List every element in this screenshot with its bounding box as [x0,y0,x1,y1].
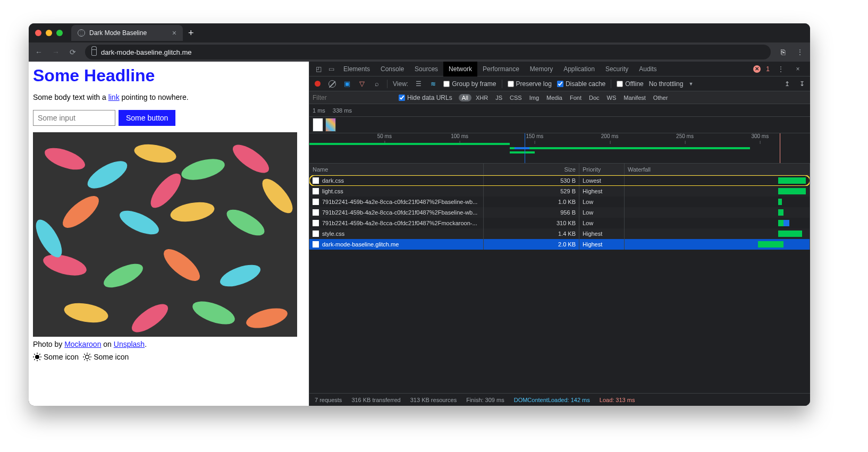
close-tab-button[interactable]: × [172,29,176,37]
traffic-lights [35,30,63,36]
credit-author-link[interactable]: Mockaroon [64,340,101,348]
devtools-tab-network[interactable]: Network [443,62,477,76]
timeline-tick: 200 ms [601,133,619,139]
col-name[interactable]: Name [309,164,484,175]
list-view-icon[interactable]: ☰ [414,79,423,89]
devtools-tab-audits[interactable]: Audits [634,62,662,76]
filmstrip-frame[interactable] [313,118,323,132]
upload-icon[interactable]: ↥ [782,79,792,89]
col-waterfall[interactable]: Waterfall [625,164,810,175]
filter-type-media[interactable]: Media [543,94,566,101]
svg-line-36 [89,359,90,360]
devtools-menu-icon[interactable]: ⋮ [775,63,787,75]
col-priority[interactable]: Priority [579,164,625,175]
browser-tab[interactable]: Dark Mode Baseline × [71,25,183,41]
devtools-tab-elements[interactable]: Elements [338,62,375,76]
status-load: Load: 313 ms [600,397,635,403]
throttling-select[interactable]: No throttling [649,80,684,88]
svg-line-37 [84,359,85,360]
overview-stats: 1 ms 338 ms [309,104,810,117]
table-header: Name Size Priority Waterfall [309,164,810,175]
stat-size: 338 ms [333,107,352,114]
sun-outline-icon [83,353,91,361]
offline-checkbox[interactable]: Offline [617,80,643,88]
preserve-log-checkbox[interactable]: Preserve log [508,80,552,88]
download-icon[interactable]: ↧ [797,79,807,89]
timeline-overview[interactable]: 50 ms100 ms150 ms200 ms250 ms300 ms [309,133,810,164]
back-button[interactable]: ← [34,48,44,56]
devtools-tab-security[interactable]: Security [600,62,634,76]
filter-row: Hide data URLs AllXHRJSCSSImgMediaFontDo… [309,91,810,104]
browser-window: Dark Mode Baseline × + ← → ⟳ dark-mode-b… [29,23,810,406]
table-row[interactable]: dark-mode-baseline.glitch.me2.0 KBHighes… [309,239,810,250]
filter-icon[interactable]: ▽ [357,79,367,89]
table-row[interactable]: 791b2241-459b-4a2e-8cca-c0fdc21f0487%2Fb… [309,207,810,218]
filter-type-other[interactable]: Other [650,94,671,101]
error-count: 1 [766,65,770,73]
clear-button[interactable] [327,79,337,89]
filter-input[interactable] [313,94,392,101]
svg-line-27 [39,359,40,360]
hide-data-urls-checkbox[interactable]: Hide data URLs [399,94,452,101]
filter-type-ws[interactable]: WS [604,94,620,101]
waterfall-view-icon[interactable]: ≋ [428,79,438,89]
close-window-button[interactable] [35,30,41,36]
timeline-tick: 50 ms [377,133,392,139]
filter-type-css[interactable]: CSS [507,94,525,101]
table-row[interactable]: light.css529 BHighest [309,186,810,197]
devtools-tab-application[interactable]: Application [558,62,600,76]
error-badge[interactable]: ✕ [753,65,761,73]
table-row[interactable]: dark.css530 BLowest [309,175,810,186]
url-field[interactable]: dark-mode-baseline.glitch.me [85,45,771,59]
disable-cache-checkbox[interactable]: Disable cache [557,80,605,88]
address-bar: ← → ⟳ dark-mode-baseline.glitch.me ⎘ ⋮ [29,42,810,62]
minimize-window-button[interactable] [46,30,52,36]
tab-title: Dark Mode Baseline [89,29,147,37]
credit-site-link[interactable]: Unsplash [114,340,145,348]
filter-type-img[interactable]: Img [526,94,542,101]
network-toolbar: ▣ ▽ ⌕ View: ☰ ≋ Group by frame Preserve … [309,76,810,91]
table-row[interactable]: 791b2241-459b-4a2e-8cca-c0fdc21f0487%2Fb… [309,197,810,207]
col-size[interactable]: Size [484,164,579,175]
devtools-tab-performance[interactable]: Performance [477,62,525,76]
screenshot-icon[interactable]: ▣ [342,79,352,89]
timeline-tick: 300 ms [751,133,769,139]
icon-label-2: Some icon [94,353,129,361]
inspect-icon[interactable]: ◰ [313,63,324,75]
record-button[interactable] [313,79,322,89]
svg-line-35 [84,354,85,355]
table-row[interactable]: 791b2241-459b-4a2e-8cca-c0fdc21f0487%2Fm… [309,218,810,228]
filter-type-doc[interactable]: Doc [586,94,603,101]
maximize-window-button[interactable] [56,30,63,36]
devtools-close-icon[interactable]: × [792,63,804,75]
devtools-tab-sources[interactable]: Sources [409,62,443,76]
icon-label-1: Some icon [44,353,79,361]
menu-button[interactable]: ⋮ [795,48,805,56]
status-requests: 7 requests [315,397,342,403]
filter-type-manifest[interactable]: Manifest [620,94,649,101]
timeline-tick: 250 ms [676,133,694,139]
svg-line-26 [34,354,35,355]
forward-button[interactable]: → [51,48,61,56]
lock-icon [91,49,97,56]
filter-type-all[interactable]: All [459,94,471,101]
group-by-frame-checkbox[interactable]: Group by frame [443,80,496,88]
devtools-tab-memory[interactable]: Memory [525,62,558,76]
svg-line-38 [89,354,90,355]
filter-type-xhr[interactable]: XHR [473,94,491,101]
demo-input[interactable] [33,110,115,126]
devtools-tab-console[interactable]: Console [375,62,409,76]
new-tab-button[interactable]: + [188,28,194,39]
filter-type-js[interactable]: JS [492,94,505,101]
table-row[interactable]: style.css1.4 KBHighest [309,228,810,239]
filmstrip-frame[interactable] [325,118,336,132]
rendered-page: Some Headline Some body text with a link… [29,62,309,406]
filmstrip [309,117,810,133]
device-icon[interactable]: ▭ [325,63,337,75]
reload-button[interactable]: ⟳ [68,48,78,56]
search-icon[interactable]: ⌕ [372,79,382,89]
body-link[interactable]: link [108,93,120,101]
profile-icon[interactable]: ⎘ [778,48,788,56]
filter-type-font[interactable]: Font [567,94,585,101]
demo-button[interactable]: Some button [119,110,175,126]
